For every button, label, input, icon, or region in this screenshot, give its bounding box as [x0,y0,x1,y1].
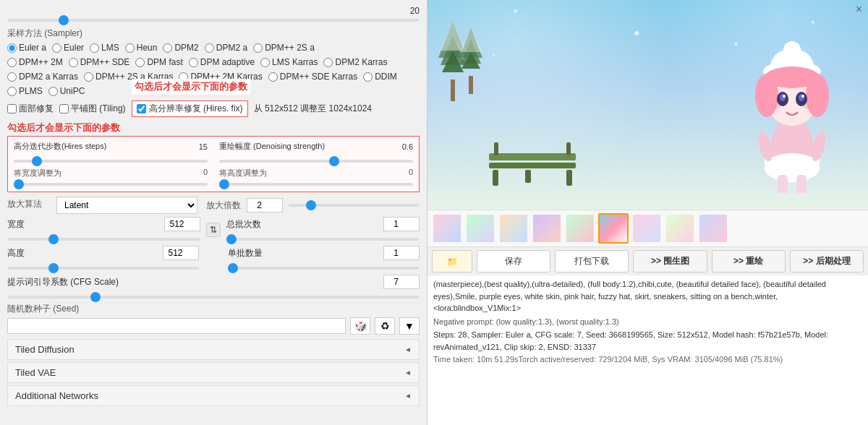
sampler-ddim[interactable]: DDIM [363,72,397,82]
sampler-euler[interactable]: Euler [52,43,84,53]
svg-rect-11 [489,163,576,168]
hires-resize-w-label: 将宽度调整为 0 [14,168,208,187]
steps-slider[interactable] [7,19,420,22]
tiling-checkbox[interactable]: 平铺图 (Tiling) [59,103,126,115]
tiled-vae-label: Tiled VAE [15,367,56,378]
svg-rect-10 [489,153,576,160]
batch-input[interactable] [383,246,420,260]
redraw-button[interactable]: >> 重绘 [712,250,786,272]
upscaler-row: 放大算法 Latent Lanczos ESRGAN_4x 放大倍数 [7,197,420,214]
sampler-dpmpp2sa[interactable]: DPM++ 2S a [253,43,315,53]
post-process-button[interactable]: >> 后期处理 [790,250,864,272]
hires-steps-item: 高分迭代步数(Hires steps) 15 [14,141,208,165]
svg-rect-0 [451,80,455,101]
additional-networks-section[interactable]: Additional Networks ◄ [7,385,420,406]
hires-params-box: 只修改这两个值即可 高分迭代步数(Hires steps) 15 重绘幅度 (D… [7,136,420,192]
folder-button[interactable]: 📁 [432,250,472,272]
sampler-dpm2a-karras[interactable]: DPM2 a Karras [7,72,78,82]
character [745,34,839,195]
dropdown-button[interactable]: ▼ [399,317,420,335]
sampler-plms[interactable]: PLMS [7,86,43,96]
thumbnail-9[interactable] [698,213,728,244]
sampler-dpm2-karras[interactable]: DPM2 Karras [323,57,387,67]
width-slider[interactable] [7,238,200,241]
thumbnail-6[interactable] [598,213,629,244]
denoising-item: 重绘幅度 (Denoising strength) 0.6 [219,141,413,165]
hires-steps-slider[interactable] [14,160,208,163]
inpaint-button[interactable]: >> 围生图 [633,250,707,272]
upscale-factor-input[interactable] [247,198,283,212]
svg-point-36 [801,95,804,98]
action-buttons: 📁 保存 打包下载 >> 围生图 >> 重绘 >> 后期处理 [427,246,868,275]
svg-rect-13 [566,170,572,186]
close-button[interactable]: × [856,3,862,16]
sampler-euler-a[interactable]: Euler a [7,43,46,53]
tiled-diffusion-section[interactable]: Tiled Diffusion ◄ [7,339,420,360]
height-slider[interactable] [7,267,199,270]
time-info: Time taken: 10m 51.29sTorch active/reser… [433,353,862,366]
total-batches-label: 总批次数 [226,218,261,231]
pack-download-button[interactable]: 打包下载 [555,250,629,272]
hires-resize-h-slider[interactable] [219,183,413,186]
cfg-input[interactable] [383,275,420,289]
sampler-lms[interactable]: LMS [90,43,119,53]
recycle-button[interactable]: ♻ [375,317,395,335]
thumbnail-2[interactable] [465,213,495,244]
batch-label: 单批数量 [228,247,263,259]
sampler-radio-group: Euler a Euler LMS Heun DPM2 DPM2 a DPM++… [7,43,420,53]
sampler-dpmpp-sde-karras[interactable]: DPM++ SDE Karras [268,72,357,82]
denoising-slider[interactable] [219,160,413,163]
save-button[interactable]: 保存 [477,250,550,272]
svg-rect-21 [796,175,807,193]
sampler-dpmpp-sde[interactable]: DPM++ SDE [69,57,130,67]
hires-fix-checkbox-wrapper: 高分辨率修复 (Hires. fix) [132,100,248,117]
thumbnail-3[interactable] [498,213,529,244]
seed-input[interactable]: 3668199565 [7,318,346,334]
thumbnail-5[interactable] [565,213,595,244]
tiled-vae-section[interactable]: Tiled VAE ◄ [7,362,420,383]
batch-slider[interactable] [228,267,420,270]
sampler-dpm2[interactable]: DPM2 [163,43,198,53]
tiled-diffusion-label: Tiled Diffusion [15,344,75,355]
additional-networks-label: Additional Networks [15,390,98,401]
hires-resize-h-label: 将高度调整为 0 [219,168,413,187]
sampler-heun[interactable]: Heun [125,43,158,53]
sampler-radio-group-2: DPM++ 2M DPM++ SDE DPM fast DPM adaptive… [7,57,420,67]
hires-fix-checkbox[interactable] [137,104,146,113]
svg-point-37 [770,103,780,109]
thumbnail-4[interactable] [532,213,562,244]
svg-rect-12 [493,170,498,186]
upscale-factor-slider[interactable] [289,204,420,207]
cfg-slider[interactable] [7,296,420,299]
sampler-unipc[interactable]: UniPC [48,86,85,96]
dice-button[interactable]: 🎲 [350,317,370,335]
thumbnail-1[interactable] [432,213,462,244]
total-batches-input[interactable] [383,217,420,231]
hires-resize-w-slider[interactable] [14,183,208,186]
svg-point-27 [783,41,801,59]
sampler-dpm2a[interactable]: DPM2 a [205,43,247,53]
thumbnail-7[interactable] [631,213,662,244]
height-input[interactable] [163,246,199,260]
sampler-dpmpp2m[interactable]: DPM++ 2M [7,57,63,67]
hires-params-row: 高分迭代步数(Hires steps) 15 重绘幅度 (Denoising s… [14,141,413,165]
negative-label: Negative prompt: (low quality:1.3), (wor… [433,316,862,328]
link-icon[interactable]: ⇅ [206,223,221,237]
face-fix-checkbox[interactable]: 面部修复 [7,103,54,115]
image-area [427,0,868,210]
svg-marker-9 [460,27,482,52]
thumbnail-8[interactable] [665,213,695,244]
total-batches-slider[interactable] [226,238,420,241]
svg-rect-15 [494,142,498,155]
additional-networks-chevron: ◄ [404,392,412,400]
upscaler-select[interactable]: Latent Lanczos ESRGAN_4x [56,197,197,214]
tiled-diffusion-chevron: ◄ [404,345,412,353]
sampler-dpm-adaptive[interactable]: DPM adaptive [189,57,255,67]
svg-point-30 [765,66,820,88]
width-label: 宽度 [7,218,25,231]
sampler-dpm-fast[interactable]: DPM fast [135,57,182,67]
sampler-lms-karras[interactable]: LMS Karras [260,57,318,67]
width-input[interactable] [164,217,200,231]
svg-point-35 [783,95,786,98]
svg-point-38 [804,103,814,109]
